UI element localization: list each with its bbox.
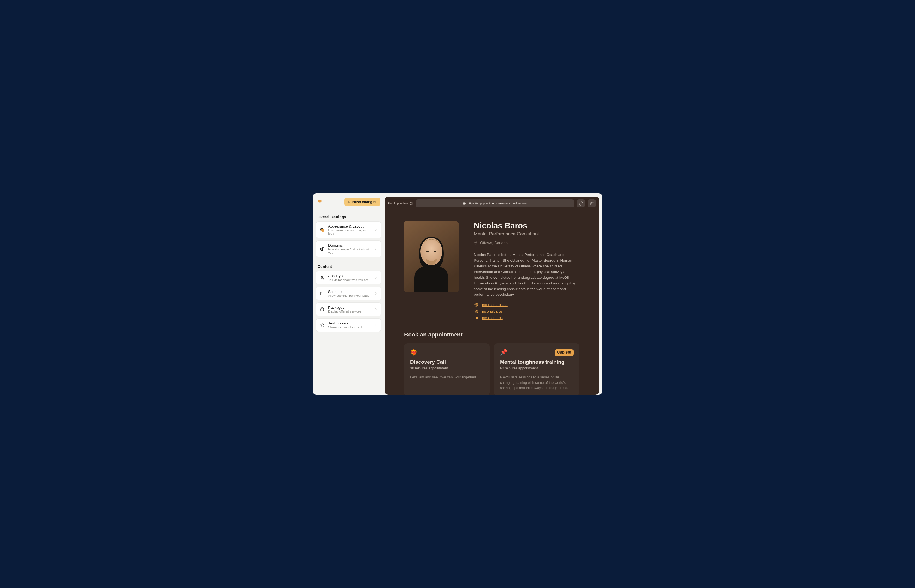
svg-point-3 [321, 276, 323, 278]
card-title: Testimonials [328, 321, 371, 325]
chevron-right-icon [374, 247, 378, 251]
svg-point-1 [321, 229, 324, 232]
card-subtitle: Tell visitor about who you are [328, 278, 371, 281]
chevron-right-icon [374, 323, 378, 327]
preview-wrap: Public preview https://app.practice.do/m… [385, 193, 602, 395]
preview-label: Public preview [388, 202, 413, 205]
profile-photo [404, 221, 459, 292]
app-window: Publish changes Overall settings Appeara… [313, 193, 602, 395]
instagram-link[interactable]: nicolasbaros [474, 309, 579, 313]
instagram-link-text[interactable]: nicolasbaros [482, 309, 503, 313]
card-subtitle: Display offered services [328, 310, 371, 313]
open-external-button[interactable] [588, 199, 596, 207]
svg-point-11 [434, 251, 436, 252]
website-link-text[interactable]: nicolasbaros.ca [482, 303, 508, 307]
linkedin-link-text[interactable]: nicolasbaros [482, 316, 503, 320]
profile-location: Ottawa, Canada [474, 241, 579, 245]
svg-point-18 [475, 316, 475, 317]
pin-icon: 📌 [500, 349, 507, 355]
profile-name: Nicolas Baros [474, 221, 579, 230]
card-title: Appearance & Layout [328, 224, 371, 228]
appointment-description: Let's jam and see if we can work togethe… [410, 375, 483, 380]
chevron-right-icon [374, 292, 378, 296]
testimonials-card[interactable]: Testimonials Showcase your best self [316, 318, 381, 332]
preview-label-text: Public preview [388, 202, 408, 205]
globe-icon [319, 246, 325, 252]
preview-url-bar[interactable]: https://app.practice.do/me/sarah-william… [416, 199, 574, 207]
preview-toolbar: Public preview https://app.practice.do/m… [385, 197, 599, 210]
price-badge: USD 899 [555, 349, 574, 356]
card-subtitle: Showcase your best self [328, 326, 371, 329]
card-title: Schedulers [328, 290, 371, 294]
copy-link-button[interactable] [577, 199, 585, 207]
pin-icon [474, 241, 478, 245]
appointment-card[interactable]: ❤️‍🔥 Discovery Call 30 minutes appointme… [404, 343, 490, 395]
svg-point-16 [477, 310, 477, 310]
card-title: About you [328, 274, 371, 278]
preview-panel: Public preview https://app.practice.do/m… [385, 197, 599, 395]
svg-point-12 [475, 242, 476, 243]
linkedin-link[interactable]: nicolasbaros [474, 315, 579, 320]
svg-point-10 [427, 251, 428, 252]
chevron-right-icon [374, 276, 378, 279]
linkedin-icon [474, 315, 479, 320]
globe-icon [462, 202, 466, 205]
card-subtitle: How do people find out about you [328, 248, 371, 254]
person-icon [319, 275, 325, 280]
appointment-description: 6 exclusive sessions to a series of life… [500, 375, 574, 391]
profile-bio: Nicolas Baros is both a Mental Performan… [474, 252, 579, 297]
preview-url-text: https://app.practice.do/me/sarah-william… [467, 202, 528, 205]
instagram-icon [474, 309, 479, 313]
sidebar: Publish changes Overall settings Appeara… [313, 193, 385, 395]
svg-point-15 [476, 310, 477, 312]
layers-icon [319, 307, 325, 312]
heart-fire-icon: ❤️‍🔥 [410, 349, 417, 355]
svg-rect-17 [475, 317, 475, 319]
card-title: Packages [328, 305, 371, 310]
chevron-right-icon [374, 307, 378, 311]
appointment-card[interactable]: 📌 USD 899 Mental toughness training 60 m… [494, 343, 579, 395]
about-you-card[interactable]: About you Tell visitor about who you are [316, 271, 381, 284]
profile-location-text: Ottawa, Canada [480, 241, 508, 245]
appearance-layout-card[interactable]: Appearance & Layout Customize how your p… [316, 221, 381, 238]
info-icon[interactable] [409, 202, 413, 205]
publish-button[interactable]: Publish changes [344, 198, 380, 206]
card-subtitle: Customize how your pages look [328, 229, 371, 235]
packages-card[interactable]: Packages Display offered services [316, 302, 381, 316]
appointment-title: Mental toughness training [500, 359, 574, 365]
profile-role: Mental Performance Consultant [474, 231, 579, 237]
book-appointment-heading: Book an appointment [404, 331, 579, 338]
app-logo-icon [317, 199, 322, 205]
schedulers-card[interactable]: Schedulers Allow booking from your page [316, 287, 381, 300]
chevron-right-icon [374, 228, 378, 232]
appointment-duration: 60 minutes appointment [500, 366, 574, 370]
star-icon [319, 322, 325, 328]
card-title: Domains [328, 243, 371, 247]
appointment-title: Discovery Call [410, 359, 483, 365]
preview-body: Nicolas Baros Mental Performance Consult… [385, 210, 599, 395]
svg-rect-4 [320, 292, 324, 295]
overall-settings-heading: Overall settings [316, 213, 381, 221]
globe-icon [474, 302, 479, 307]
domains-card[interactable]: Domains How do people find out about you [316, 241, 381, 257]
content-heading: Content [316, 262, 381, 271]
card-subtitle: Allow booking from your page [328, 294, 371, 297]
palette-icon [319, 227, 325, 233]
website-link[interactable]: nicolasbaros.ca [474, 302, 579, 307]
calendar-icon [319, 291, 325, 296]
appointment-duration: 30 minutes appointment [410, 366, 483, 370]
